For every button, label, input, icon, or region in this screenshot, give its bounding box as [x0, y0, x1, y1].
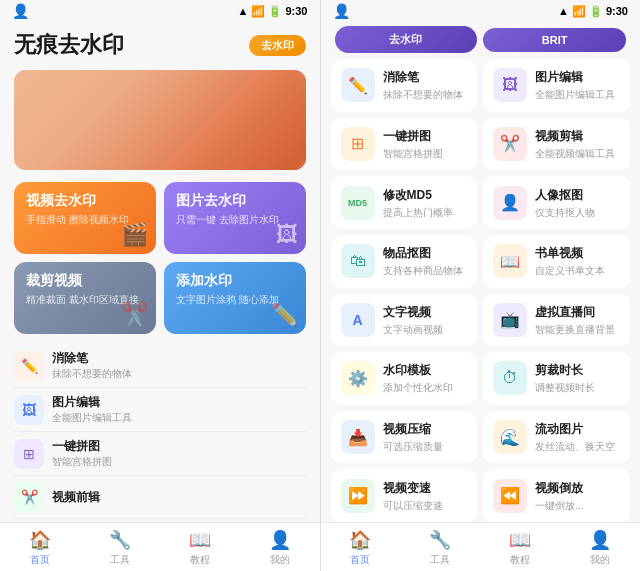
left-header: 无痕去水印 去水印 — [0, 22, 320, 66]
left-tutorial-icon: 📖 — [189, 529, 211, 551]
status-bar-left: 👤 ▲ 📶 🔋 9:30 — [0, 0, 320, 22]
tool-md5-name: 修改MD5 — [383, 187, 453, 204]
tool-text-video-text: 文字视频 文字动画视频 — [383, 304, 443, 336]
right-nav-tutorial[interactable]: 📖 教程 — [480, 529, 560, 567]
right-home-icon: 🏠 — [349, 529, 371, 551]
tool-video-edit-icon: ✂️ — [493, 127, 527, 161]
right-top-bar: 去水印 BRIT — [321, 22, 641, 59]
mini-video-edit-icon: ✂️ — [14, 482, 44, 512]
mini-eraser-text: 消除笔 抹除不想要的物体 — [52, 350, 132, 381]
feature-video-watermark-icon: 🎬 — [121, 222, 148, 248]
tool-video-reverse[interactable]: ⏪ 视频倒放 一键倒放... — [483, 469, 630, 522]
right-mine-label: 我的 — [590, 553, 610, 567]
tool-cut-duration-text: 剪裁时长 调整视频时长 — [535, 362, 595, 394]
left-tools-label: 工具 — [110, 553, 130, 567]
left-nav-mine[interactable]: 👤 我的 — [240, 529, 320, 567]
banner-image[interactable] — [14, 70, 306, 170]
tool-gif[interactable]: 🌊 流动图片 发丝流动、换天空 — [483, 411, 630, 464]
left-nav-home[interactable]: 🏠 首页 — [0, 529, 80, 567]
mini-eraser-icon: ✏️ — [14, 351, 44, 381]
left-time: 9:30 — [285, 5, 307, 17]
left-status-icons: ▲ 📶 🔋 9:30 — [237, 5, 307, 18]
tool-cut-duration[interactable]: ⏱ 剪裁时长 调整视频时长 — [483, 352, 630, 405]
left-badge[interactable]: 去水印 — [249, 35, 306, 56]
tool-video-speed[interactable]: ⏩ 视频变速 可以压缩变速 — [331, 469, 478, 522]
tool-gif-text: 流动图片 发丝流动、换天空 — [535, 421, 615, 453]
left-nav-tutorial[interactable]: 📖 教程 — [160, 529, 240, 567]
tool-cut-duration-name: 剪裁时长 — [535, 362, 595, 379]
tool-puzzle-text: 一键拼图 智能宫格拼图 — [383, 128, 443, 160]
mini-item-img-edit[interactable]: 🖼 图片编辑 全能图片编辑工具 — [14, 388, 306, 432]
mini-video-edit-title: 视频前辑 — [52, 489, 100, 506]
tool-watermark-template[interactable]: ⚙️ 水印模板 添加个性化水印 — [331, 352, 478, 405]
tool-puzzle-desc: 智能宫格拼图 — [383, 147, 443, 160]
tool-puzzle[interactable]: ⊞ 一键拼图 智能宫格拼图 — [331, 118, 478, 171]
left-bottom-nav: 🏠 首页 🔧 工具 📖 教程 👤 我的 — [0, 522, 320, 571]
left-mine-label: 我的 — [270, 553, 290, 567]
tool-video-edit[interactable]: ✂️ 视频剪辑 全能视频编辑工具 — [483, 118, 630, 171]
tool-video-compress[interactable]: 📥 视频压缩 可选压缩质量 — [331, 411, 478, 464]
tool-video-compress-text: 视频压缩 可选压缩质量 — [383, 421, 443, 453]
mini-img-edit-text: 图片编辑 全能图片编辑工具 — [52, 394, 132, 425]
mini-puzzle-desc: 智能宫格拼图 — [52, 455, 112, 469]
tool-img-edit-icon: 🖼 — [493, 68, 527, 102]
tool-gif-desc: 发丝流动、换天空 — [535, 440, 615, 453]
tool-text-video[interactable]: A 文字视频 文字动画视频 — [331, 294, 478, 347]
tool-md5[interactable]: MD5 修改MD5 提高上热门概率 — [331, 176, 478, 229]
right-mine-icon: 👤 — [589, 529, 611, 551]
right-nav-mine[interactable]: 👤 我的 — [560, 529, 640, 567]
mini-item-puzzle[interactable]: ⊞ 一键拼图 智能宫格拼图 — [14, 432, 306, 476]
tool-portrait[interactable]: 👤 人像抠图 仅支持抠人物 — [483, 176, 630, 229]
tool-puzzle-name: 一键拼图 — [383, 128, 443, 145]
right-top-btn2[interactable]: BRIT — [483, 28, 626, 52]
feature-image-watermark[interactable]: 图片去水印 只需一键 去除图片水印 🖼 — [164, 182, 306, 254]
tool-portrait-text: 人像抠图 仅支持抠人物 — [535, 187, 595, 219]
tool-product-name: 物品抠图 — [383, 245, 463, 262]
mini-item-eraser[interactable]: ✏️ 消除笔 抹除不想要的物体 — [14, 344, 306, 388]
right-tutorial-label: 教程 — [510, 553, 530, 567]
tool-book-video-desc: 自定义书单文本 — [535, 264, 605, 277]
mini-img-edit-title: 图片编辑 — [52, 394, 132, 411]
left-nav-tools[interactable]: 🔧 工具 — [80, 529, 160, 567]
right-nav-tools[interactable]: 🔧 工具 — [400, 529, 480, 567]
tool-virtual-live-text: 虚拟直播间 智能更换直播背景 — [535, 304, 615, 336]
right-tutorial-icon: 📖 — [509, 529, 531, 551]
feature-crop-video[interactable]: 裁剪视频 精准裁面 裁水印区域直接 ✂️ — [14, 262, 156, 334]
tool-eraser[interactable]: ✏️ 消除笔 抹除不想要的物体 — [331, 59, 478, 112]
tool-img-edit-name: 图片编辑 — [535, 69, 615, 86]
mini-puzzle-text: 一键拼图 智能宫格拼图 — [52, 438, 112, 469]
tool-eraser-text: 消除笔 抹除不想要的物体 — [383, 69, 463, 101]
tool-video-reverse-icon: ⏪ — [493, 479, 527, 513]
right-tools-icon: 🔧 — [429, 529, 451, 551]
left-mine-icon: 👤 — [269, 529, 291, 551]
tool-watermark-template-desc: 添加个性化水印 — [383, 381, 453, 394]
tool-product-desc: 支持各种商品物体 — [383, 264, 463, 277]
tool-book-video-text: 书单视频 自定义书单文本 — [535, 245, 605, 277]
right-nav-home[interactable]: 🏠 首页 — [321, 529, 401, 567]
left-panel: 👤 ▲ 📶 🔋 9:30 无痕去水印 去水印 视频去水印 手指滑动 擦除视频水印… — [0, 0, 320, 571]
mini-puzzle-icon: ⊞ — [14, 439, 44, 469]
mini-img-edit-desc: 全能图片编辑工具 — [52, 411, 132, 425]
right-top-btn1[interactable]: 去水印 — [335, 26, 478, 53]
tool-video-reverse-name: 视频倒放 — [535, 480, 583, 497]
tool-video-compress-name: 视频压缩 — [383, 421, 443, 438]
feature-add-watermark[interactable]: 添加水印 文字图片涂鸦 随心添加 ✏️ — [164, 262, 306, 334]
tool-virtual-live[interactable]: 📺 虚拟直播间 智能更换直播背景 — [483, 294, 630, 347]
tool-book-video[interactable]: 📖 书单视频 自定义书单文本 — [483, 235, 630, 288]
tool-img-edit[interactable]: 🖼 图片编辑 全能图片编辑工具 — [483, 59, 630, 112]
status-bar-right: 👤 ▲ 📶 🔋 9:30 — [321, 0, 641, 22]
tool-cut-duration-icon: ⏱ — [493, 361, 527, 395]
tool-gif-name: 流动图片 — [535, 421, 615, 438]
tool-puzzle-icon: ⊞ — [341, 127, 375, 161]
right-time: 9:30 — [606, 5, 628, 17]
tool-watermark-template-icon: ⚙️ — [341, 361, 375, 395]
left-tutorial-label: 教程 — [190, 553, 210, 567]
tool-img-edit-text: 图片编辑 全能图片编辑工具 — [535, 69, 615, 101]
right-panel: 👤 ▲ 📶 🔋 9:30 去水印 BRIT ✏️ 消除笔 抹除不想要的物体 🖼 … — [321, 0, 641, 571]
tool-watermark-template-text: 水印模板 添加个性化水印 — [383, 362, 453, 394]
feature-video-watermark[interactable]: 视频去水印 手指滑动 擦除视频水印 🎬 — [14, 182, 156, 254]
mini-item-video-edit[interactable]: ✂️ 视频前辑 — [14, 476, 306, 519]
tool-portrait-icon: 👤 — [493, 186, 527, 220]
tool-virtual-live-icon: 📺 — [493, 303, 527, 337]
tool-product[interactable]: 🛍 物品抠图 支持各种商品物体 — [331, 235, 478, 288]
